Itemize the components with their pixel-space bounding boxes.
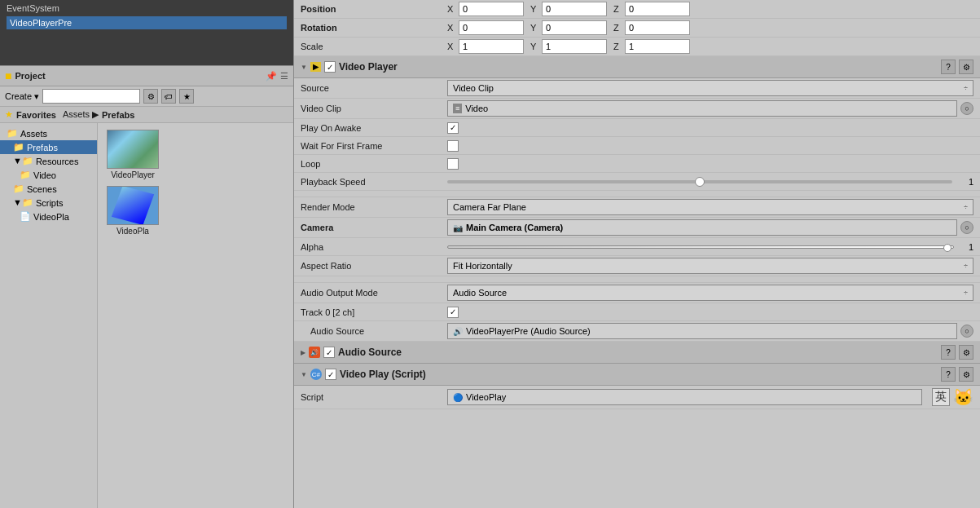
asset-item-videopla[interactable]: VideoPla — [104, 186, 161, 236]
script-row: Script 🔵 VideoPlay 英 🐱 — [294, 386, 980, 409]
play-on-awake-checkbox[interactable] — [447, 122, 459, 134]
aspect-ratio-row: Aspect Ratio Fit Horizontally ÷ — [294, 256, 980, 276]
render-mode-row: Render Mode Camera Far Plane ÷ — [294, 197, 980, 218]
aspect-ratio-dropdown-arrow: ÷ — [964, 262, 968, 270]
tree-item-videoplay[interactable]: 📄 VideoPla — [0, 210, 97, 223]
source-value: Video Clip ÷ — [447, 80, 973, 96]
cube-shape — [112, 186, 154, 225]
video-player-enable-check[interactable] — [324, 61, 336, 73]
scale-y-field[interactable] — [542, 39, 607, 54]
audio-output-mode-row: Audio Output Mode Audio Source ÷ — [294, 283, 980, 303]
audio-source-checkbox[interactable] — [323, 347, 335, 358]
audio-source-value: 🔊 VideoPlayerPre (Audio Source) ○ — [447, 323, 973, 339]
tree-item-prefabs[interactable]: 📁 Prefabs — [0, 140, 97, 154]
rotation-y-label: Y — [530, 23, 542, 33]
video-play-collapse-icon[interactable]: ▼ — [301, 371, 307, 378]
aspect-ratio-dropdown-value: Fit Horizontally — [453, 261, 512, 271]
audio-source-settings-btn[interactable]: ⚙ — [959, 345, 973, 360]
playback-speed-thumb[interactable] — [695, 177, 705, 187]
video-play-help-btn[interactable]: ? — [941, 367, 956, 382]
position-z-field[interactable] — [625, 2, 690, 16]
playback-speed-value: 1 — [447, 177, 973, 187]
source-dropdown[interactable]: Video Clip ÷ — [447, 80, 973, 96]
video-player-header: ▼ ▶ Video Player ? ⚙ — [294, 56, 980, 78]
position-y-field[interactable] — [542, 2, 607, 16]
video-play-enable-check[interactable] — [325, 369, 336, 380]
alpha-slider[interactable] — [447, 245, 954, 249]
script-field[interactable]: 🔵 VideoPlay — [447, 389, 922, 405]
star-filter-button[interactable]: ★ — [179, 89, 194, 104]
audio-source-help-btn[interactable]: ? — [941, 345, 956, 360]
alpha-value: 1 — [447, 242, 973, 252]
camera-field[interactable]: 📷 Main Camera (Camera) — [447, 219, 957, 236]
rotation-y-field[interactable] — [542, 20, 607, 35]
aspect-ratio-dropdown[interactable]: Fit Horizontally ÷ — [447, 258, 973, 274]
audio-source-browse-btn[interactable]: ○ — [960, 325, 973, 338]
track-checkbox[interactable] — [447, 307, 459, 318]
video-player-settings-btn[interactable]: ⚙ — [959, 60, 973, 74]
scale-x-field[interactable] — [459, 39, 524, 54]
render-mode-dropdown[interactable]: Camera Far Plane ÷ — [447, 199, 973, 215]
video-play-settings-btn[interactable]: ⚙ — [959, 367, 973, 382]
filter-button[interactable]: ⚙ — [143, 89, 158, 104]
audio-source-field[interactable]: 🔊 VideoPlayerPre (Audio Source) — [447, 323, 957, 339]
project-panel: ■ Project 📌 ☰ Create ▾ ⚙ 🏷 ★ ★ Favorites… — [0, 65, 293, 508]
asset-item-videoplayer[interactable]: VideoPlayer — [104, 130, 161, 179]
audio-output-mode-value: Audio Source ÷ — [447, 285, 973, 301]
wait-for-first-frame-checkbox[interactable] — [447, 140, 459, 152]
loop-checkbox[interactable] — [447, 158, 459, 170]
hierarchy-item-videoplayer[interactable]: VideoPlayerPre — [7, 16, 287, 29]
video-player-checkbox[interactable] — [324, 61, 336, 73]
scale-z-field[interactable] — [625, 39, 690, 54]
camera-value: 📷 Main Camera (Camera) ○ — [447, 219, 973, 236]
project-title: Project — [15, 71, 45, 81]
video-clip-field[interactable]: ≡ Video — [447, 100, 957, 117]
sort-button[interactable]: 🏷 — [161, 89, 176, 104]
audio-source-text: VideoPlayerPre (Audio Source) — [466, 326, 591, 336]
alpha-thumb[interactable] — [943, 244, 951, 252]
track-row: Track 0 [2 ch] — [294, 303, 980, 321]
video-play-script-checkbox[interactable] — [325, 369, 336, 380]
position-xyz-group: X Y Z — [447, 2, 973, 16]
breadcrumb-prefabs[interactable]: Prefabs — [102, 110, 134, 120]
tree-item-resources[interactable]: ▼📁 Resources — [0, 154, 97, 168]
position-x-field[interactable] — [459, 2, 524, 16]
video-clip-value: ≡ Video ○ — [447, 100, 973, 117]
loop-value — [447, 158, 973, 170]
playback-speed-row: Playback Speed 1 — [294, 173, 980, 191]
tree-item-assets[interactable]: 📁 Assets — [0, 126, 97, 140]
script-icon: 🔵 — [453, 393, 463, 402]
search-input[interactable] — [42, 89, 140, 104]
audio-source-enable-check[interactable] — [323, 347, 335, 358]
tree-item-scripts[interactable]: ▼📁 Scripts — [0, 196, 97, 210]
play-on-awake-label: Play On Awake — [301, 123, 447, 133]
video-player-collapse-icon[interactable]: ▼ — [301, 64, 307, 71]
audio-source-icon: 🔊 — [453, 327, 463, 336]
project-pin-icon: 📌 — [266, 71, 277, 82]
audio-output-mode-dropdown[interactable]: Audio Source ÷ — [447, 285, 973, 301]
script-text: VideoPlay — [466, 392, 506, 402]
project-tree: 📁 Assets 📁 Prefabs ▼📁 Resources 📁 Video … — [0, 123, 98, 508]
video-play-script-title: Video Play (Script) — [340, 369, 938, 380]
camera-browse-btn[interactable]: ○ — [960, 221, 973, 234]
tree-item-scenes[interactable]: 📁 Scenes — [0, 182, 97, 196]
video-player-help-btn[interactable]: ? — [941, 60, 956, 74]
hierarchy-title: EventSystem — [7, 3, 287, 13]
tree-item-video[interactable]: 📁 Video — [0, 168, 97, 182]
rotation-z-field[interactable] — [625, 20, 690, 35]
inspector-panel: Position X Y Z Rotation X Y Z — [293, 0, 980, 508]
source-row: Source Video Clip ÷ — [294, 78, 980, 99]
video-play-script-header: ▼ C# Video Play (Script) ? ⚙ — [294, 364, 980, 386]
rotation-x-field[interactable] — [459, 20, 524, 35]
audio-source-collapse-icon[interactable]: ▶ — [301, 349, 305, 356]
position-z-label: Z — [613, 4, 625, 14]
create-button[interactable]: Create ▾ — [5, 91, 39, 102]
video-clip-browse-btn[interactable]: ○ — [960, 102, 973, 115]
breadcrumb-assets[interactable]: Assets ▶ — [63, 109, 99, 120]
cat-decoration: 🐱 — [953, 387, 973, 407]
breadcrumb-label-favorites[interactable]: Favorites — [16, 110, 56, 120]
render-mode-value: Camera Far Plane ÷ — [447, 199, 973, 215]
source-dropdown-arrow: ÷ — [964, 84, 968, 92]
script-icon-videoplay: 📄 — [20, 211, 31, 222]
playback-speed-slider[interactable] — [447, 180, 952, 183]
